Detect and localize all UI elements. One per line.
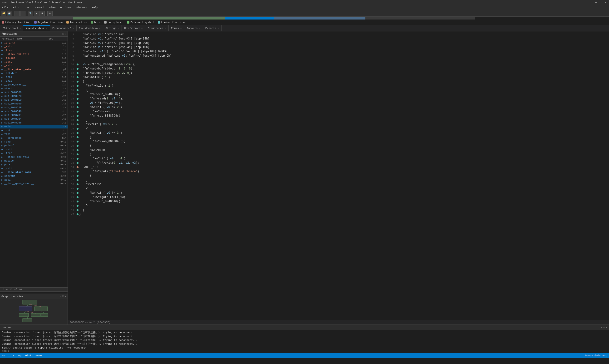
function-row-20[interactable]: ▶sub_8048884.te xyxy=(0,117,67,121)
function-row-33[interactable]: ▶_exitexte xyxy=(0,167,67,170)
function-row-24[interactable]: ▶fini.te xyxy=(0,132,67,136)
tab-close-ida-view-a[interactable]: ✕ xyxy=(20,27,21,29)
function-row-15[interactable]: ▶sub_80485E0.te xyxy=(0,98,67,102)
graph-minimize-icon[interactable]: — xyxy=(60,295,61,298)
code-line-19[interactable]: 22 "fn">sub_80487D4(); xyxy=(68,114,609,118)
output-minimize-icon[interactable]: — xyxy=(601,326,602,329)
code-line-32[interactable]: 35 "fn">puts("Invalid choice"); xyxy=(68,169,609,174)
functions-minimize-icon[interactable]: — xyxy=(60,33,61,36)
code-line-36[interactable]: 39 { xyxy=(68,186,609,191)
tab-close-pseudocode-b[interactable]: ✕ xyxy=(73,27,74,29)
function-row-25[interactable]: ▶__term_proc.fir xyxy=(0,136,67,140)
code-line-38[interactable]: 41 "kw">goto LABEL_13; xyxy=(68,195,609,199)
code-line-41[interactable]: 44 } xyxy=(68,208,609,212)
code-line-18[interactable]: 21 "kw">break; xyxy=(68,109,609,114)
toolbar-back[interactable]: ← xyxy=(14,11,20,16)
menu-file[interactable]: File xyxy=(1,6,9,10)
code-line-33[interactable]: 36 } xyxy=(68,174,609,178)
code-content[interactable]: 3 "kw">int v0; "cm">// eax4 "kw">int v1;… xyxy=(68,31,609,320)
menu-view[interactable]: View xyxy=(48,6,56,10)
function-row-23[interactable]: ▶init.te xyxy=(0,129,67,132)
graph-close-icon[interactable]: ✕ xyxy=(65,295,66,298)
function-row-5[interactable]: ▶_puts.plt xyxy=(0,60,67,64)
code-line-35[interactable]: 38 "kw">else xyxy=(68,182,609,186)
code-line-1[interactable]: 4 "kw">int v1; "cm">// [esp-Ch] [ebp-24h… xyxy=(68,37,609,41)
code-line-42[interactable]: 45} xyxy=(68,212,609,217)
menu-search[interactable]: Search xyxy=(34,6,45,10)
tab-structures[interactable]: Structures ✕ xyxy=(145,25,168,31)
tab-exports[interactable]: Exports ✕ xyxy=(203,25,222,31)
output-maximize-icon[interactable]: □ xyxy=(603,326,605,329)
function-row-13[interactable]: ▶sub_8048560.te xyxy=(0,91,67,94)
maximize-button[interactable]: □ xyxy=(599,1,602,4)
function-row-6[interactable]: ▶_exit.plt xyxy=(0,64,67,67)
function-row-29[interactable]: ▶_freeexte xyxy=(0,151,67,155)
tab-strings[interactable]: Strings ✕ xyxy=(103,25,122,31)
code-line-23[interactable]: 26 "kw">if ( v0 == 3 ) xyxy=(68,131,609,135)
code-line-22[interactable]: 25 { xyxy=(68,127,609,131)
code-line-24[interactable]: 27 { xyxy=(68,135,609,139)
menu-windows[interactable]: Windows xyxy=(75,6,88,10)
tab-close-enums[interactable]: ✕ xyxy=(180,27,181,29)
code-line-28[interactable]: 31 { xyxy=(68,152,609,156)
code-line-12[interactable]: 15 "kw">while ( 1 ) xyxy=(68,84,609,88)
menu-options[interactable]: Options xyxy=(59,6,72,10)
code-line-4[interactable]: 7 "kw">char v4[4]; "cm">// [esp+8h] [ebp… xyxy=(68,50,609,54)
function-row-9[interactable]: ▶_atoi.plt xyxy=(0,75,67,79)
code-line-11[interactable]: 14 { xyxy=(68,79,609,84)
functions-maximize-icon[interactable]: □ xyxy=(62,33,64,36)
tab-close-pseudocode-c[interactable]: ✕ xyxy=(46,27,47,30)
functions-list[interactable]: ▶_printf.plt▶_exit.plt▶_free.plt▶__stack… xyxy=(0,41,67,287)
code-line-30[interactable]: 33 "fn">exit(0, v1, v2, v3); xyxy=(68,161,609,165)
function-row-10[interactable]: ▶_exit.plt xyxy=(0,79,67,83)
function-row-11[interactable]: ▶__gmon_start__.plt xyxy=(0,83,67,87)
code-line-17[interactable]: 20 "kw">if ( v0 != 2 ) xyxy=(68,105,609,109)
code-line-3[interactable]: 6 "kw">int v3; "cm">// [esp-4h] [ebp-1Ch… xyxy=(68,45,609,50)
menu-help[interactable]: Help xyxy=(91,6,99,10)
function-row-1[interactable]: ▶_exit.plt xyxy=(0,45,67,49)
code-line-37[interactable]: 40 "kw">if ( v0 != 1 ) xyxy=(68,191,609,195)
function-row-30[interactable]: ▶__stack_chk_failexte xyxy=(0,155,67,159)
function-row-2[interactable]: ▶_free.plt xyxy=(0,49,67,52)
function-row-8[interactable]: ▶_setvbuf.plt xyxy=(0,71,67,75)
tab-close-pseudocode-a[interactable]: ✕ xyxy=(99,27,100,29)
toolbar-search[interactable]: 🔍 xyxy=(28,11,33,16)
function-row-28[interactable]: ▶_exitexte xyxy=(0,147,67,151)
toolbar-save[interactable]: 💾 xyxy=(7,11,12,16)
tab-close-hex-view-1[interactable]: ✕ xyxy=(141,27,143,29)
toolbar-forward[interactable]: → xyxy=(20,11,26,16)
function-row-37[interactable]: ▶__imp__gmon_start__exte xyxy=(0,182,67,186)
sidebar-scrollbar[interactable] xyxy=(0,292,67,294)
function-row-4[interactable]: ▶_malloc.plt xyxy=(0,56,67,60)
function-row-26[interactable]: ▶readexte xyxy=(0,140,67,144)
function-row-14[interactable]: ▶sub_8048570.te xyxy=(0,94,67,98)
code-line-39[interactable]: 42 "fn">sub_8048646(); xyxy=(68,199,609,204)
tab-close-strings[interactable]: ✕ xyxy=(118,27,119,29)
function-row-32[interactable]: ▶putsexte xyxy=(0,163,67,167)
code-line-9[interactable]: 12 "fn">setvbuf(stdin, 0, 2, 0); xyxy=(68,71,609,75)
menu-edit[interactable]: Edit xyxy=(12,6,20,10)
code-line-34[interactable]: 37 } xyxy=(68,178,609,182)
function-row-34[interactable]: ▶__libc_start_mainext xyxy=(0,170,67,174)
toolbar-run[interactable]: ▶ xyxy=(34,11,39,16)
tab-close-structures[interactable]: ✕ xyxy=(165,27,166,29)
tab-ida-view-a[interactable]: IDA View-A ✕ xyxy=(0,25,23,31)
toolbar-new[interactable]: 📁 xyxy=(1,11,6,16)
code-line-7[interactable]: 10 v5 = "fn">__readgsdword(0x14u); xyxy=(68,62,609,67)
function-row-17[interactable]: ▶sub_804862B.te xyxy=(0,106,67,109)
code-line-27[interactable]: 30 "kw">else xyxy=(68,148,609,152)
code-line-16[interactable]: 19 v0 = "fn">atoi(v4); xyxy=(68,101,609,105)
code-line-6[interactable]: 9 xyxy=(68,58,609,62)
code-line-2[interactable]: 5 "kw">int v2; "cm">// [esp-8h] [ebp-20h… xyxy=(68,41,609,45)
function-row-19[interactable]: ▶sub_8048704.te xyxy=(0,113,67,117)
tab-pseudocode-a[interactable]: Pseudocode-A ✕ xyxy=(77,25,103,31)
function-row-35[interactable]: ▶setvbufexte xyxy=(0,174,67,178)
code-line-0[interactable]: 3 "kw">int v0; "cm">// eax xyxy=(68,32,609,37)
functions-close-icon[interactable]: ✕ xyxy=(65,33,66,36)
code-line-13[interactable]: 16 { xyxy=(68,88,609,92)
tab-imports[interactable]: Imports ✕ xyxy=(184,25,203,31)
output-content[interactable]: lumina: connection closed (recv: 远程主机强迫关… xyxy=(0,330,609,349)
function-row-3[interactable]: ▶__stack_chk_fail.plt xyxy=(0,52,67,56)
tab-hex-view-1[interactable]: Hex View-1 ✕ xyxy=(122,25,145,31)
code-line-14[interactable]: 17 "fn">sub_8048956(); xyxy=(68,92,609,97)
